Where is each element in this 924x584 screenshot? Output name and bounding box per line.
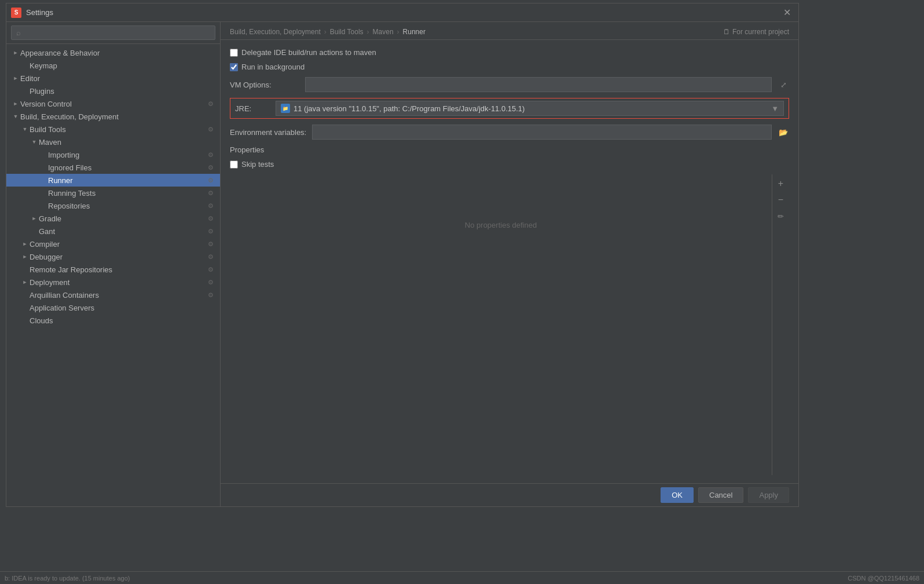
sidebar-item-clouds[interactable]: Clouds bbox=[6, 314, 220, 327]
breadcrumb-part-3: Maven bbox=[373, 28, 394, 36]
bottom-bar: OK Cancel Apply bbox=[221, 483, 798, 506]
sidebar-item-build-execution[interactable]: Build, Execution, Deployment bbox=[6, 110, 220, 123]
sidebar-label-clouds: Clouds bbox=[30, 316, 215, 325]
edit-property-button[interactable]: ✏ bbox=[774, 209, 788, 223]
sidebar-item-keymap[interactable]: Keymap bbox=[6, 59, 220, 72]
sidebar-label-debugger: Debugger bbox=[30, 253, 206, 261]
tree-arrow-arquillian bbox=[20, 290, 30, 300]
sidebar-label-editor: Editor bbox=[20, 74, 215, 83]
sidebar-item-gant[interactable]: Gant⚙ bbox=[6, 225, 220, 238]
skip-tests-checkbox[interactable] bbox=[230, 160, 238, 169]
sidebar-label-deployment: Deployment bbox=[30, 278, 206, 287]
vm-options-input[interactable] bbox=[305, 77, 772, 92]
tree-arrow-deployment bbox=[20, 278, 30, 287]
sidebar-item-build-tools[interactable]: Build Tools⚙ bbox=[6, 123, 220, 136]
env-vars-row: Environment variables: 📂 bbox=[230, 125, 789, 140]
sidebar-item-running-tests[interactable]: Running Tests⚙ bbox=[6, 187, 220, 199]
breadcrumb-current: Runner bbox=[403, 28, 426, 36]
settings-window: S Settings ✕ Appearance & BehaviorKeymap… bbox=[6, 3, 799, 507]
settings-icon-deployment: ⚙ bbox=[206, 278, 215, 287]
jre-dropdown[interactable]: 📁 11 (java version "11.0.15", path: C:/P… bbox=[276, 101, 784, 116]
sidebar-item-gradle[interactable]: Gradle⚙ bbox=[6, 212, 220, 225]
sidebar-label-remote-jar: Remote Jar Repositories bbox=[30, 265, 206, 274]
sidebar-label-build-execution: Build, Execution, Deployment bbox=[20, 112, 215, 121]
sidebar-item-compiler[interactable]: Compiler⚙ bbox=[6, 238, 220, 250]
project-label: For current project bbox=[732, 28, 789, 36]
run-background-row: Run in background bbox=[230, 63, 789, 71]
sidebar-item-app-servers[interactable]: Application Servers bbox=[6, 301, 220, 314]
run-background-label: Run in background bbox=[241, 63, 305, 71]
env-vars-input[interactable] bbox=[312, 125, 772, 140]
jre-value: 📁 11 (java version "11.0.15", path: C:/P… bbox=[281, 104, 525, 113]
skip-tests-row: Skip tests bbox=[230, 160, 789, 169]
sidebar-label-compiler: Compiler bbox=[30, 240, 206, 249]
sidebar-label-arquillian: Arquillian Containers bbox=[30, 291, 206, 300]
ok-button[interactable]: OK bbox=[661, 487, 694, 503]
settings-icon-running-tests: ⚙ bbox=[206, 188, 215, 198]
window-body: Appearance & BehaviorKeymapEditorPlugins… bbox=[6, 22, 798, 506]
sidebar-label-plugins: Plugins bbox=[30, 87, 215, 96]
tree-arrow-gant bbox=[30, 227, 39, 236]
status-right: CSDN @QQ1215461468 bbox=[848, 575, 919, 582]
sidebar-item-debugger[interactable]: Debugger⚙ bbox=[6, 250, 220, 263]
settings-icon-arquillian: ⚙ bbox=[206, 290, 215, 300]
sidebar-item-ignored-files[interactable]: Ignored Files⚙ bbox=[6, 161, 220, 174]
sidebar-item-remote-jar[interactable]: Remote Jar Repositories⚙ bbox=[6, 263, 220, 276]
search-input[interactable] bbox=[11, 25, 215, 40]
apply-button[interactable]: Apply bbox=[748, 487, 789, 503]
tree-arrow-keymap bbox=[20, 61, 30, 70]
cancel-button[interactable]: Cancel bbox=[698, 487, 743, 503]
tree-arrow-running-tests bbox=[39, 188, 48, 198]
breadcrumb-sep-3: › bbox=[397, 28, 399, 36]
settings-icon-ignored-files: ⚙ bbox=[206, 163, 215, 172]
status-left: b: IDEA is ready to update. (15 minutes … bbox=[5, 575, 130, 582]
sidebar-label-maven: Maven bbox=[39, 138, 215, 147]
delegate-ide-row: Delegate IDE build/run actions to maven bbox=[230, 48, 789, 57]
close-button[interactable]: ✕ bbox=[780, 6, 794, 20]
tree-arrow-repositories bbox=[39, 201, 48, 210]
sidebar: Appearance & BehaviorKeymapEditorPlugins… bbox=[6, 22, 221, 506]
sidebar-item-arquillian[interactable]: Arquillian Containers⚙ bbox=[6, 289, 220, 301]
env-vars-folder-icon[interactable]: 📂 bbox=[778, 126, 789, 138]
tree-arrow-runner bbox=[39, 176, 48, 185]
sidebar-item-editor[interactable]: Editor bbox=[6, 72, 220, 85]
sidebar-item-appearance[interactable]: Appearance & Behavior bbox=[6, 46, 220, 59]
run-background-checkbox[interactable] bbox=[230, 63, 238, 71]
app-icon: S bbox=[11, 8, 21, 18]
sidebar-item-plugins[interactable]: Plugins bbox=[6, 85, 220, 97]
sidebar-label-running-tests: Running Tests bbox=[48, 189, 206, 198]
sidebar-item-maven[interactable]: Maven bbox=[6, 136, 220, 148]
settings-icon-debugger: ⚙ bbox=[206, 252, 215, 261]
properties-area-container: No properties defined + − ✏ bbox=[230, 174, 789, 475]
add-property-button[interactable]: + bbox=[774, 177, 788, 191]
sidebar-label-version-control: Version Control bbox=[20, 100, 206, 108]
sidebar-item-importing[interactable]: Importing⚙ bbox=[6, 148, 220, 161]
vm-options-label: VM Options: bbox=[230, 81, 299, 89]
breadcrumb: Build, Execution, Deployment › Build Too… bbox=[221, 22, 798, 40]
search-bar bbox=[6, 22, 220, 44]
remove-property-button[interactable]: − bbox=[774, 193, 788, 207]
sidebar-item-version-control[interactable]: Version Control⚙ bbox=[6, 97, 220, 110]
env-vars-label: Environment variables: bbox=[230, 128, 306, 137]
vm-options-expand-icon[interactable]: ⤢ bbox=[778, 79, 789, 90]
sidebar-label-ignored-files: Ignored Files bbox=[48, 163, 206, 172]
tree-arrow-editor bbox=[11, 74, 20, 83]
sidebar-label-gradle: Gradle bbox=[39, 214, 206, 223]
sidebar-label-importing: Importing bbox=[48, 151, 206, 159]
tree-arrow-ignored-files bbox=[39, 163, 48, 172]
sidebar-item-repositories[interactable]: Repositories⚙ bbox=[6, 199, 220, 212]
window-title: Settings bbox=[26, 8, 780, 17]
delegate-ide-checkbox[interactable] bbox=[230, 49, 238, 57]
no-properties-text: No properties defined bbox=[230, 221, 772, 229]
sidebar-item-runner[interactable]: Runner⚙ bbox=[6, 174, 220, 187]
delegate-ide-label: Delegate IDE build/run actions to maven bbox=[241, 48, 376, 57]
sidebar-label-keymap: Keymap bbox=[30, 61, 215, 70]
settings-icon-runner: ⚙ bbox=[206, 176, 215, 185]
properties-toolbar: + − ✏ bbox=[772, 174, 789, 475]
jre-icon: 📁 bbox=[281, 104, 290, 113]
status-bar: b: IDEA is ready to update. (15 minutes … bbox=[0, 571, 924, 584]
tree-arrow-build-tools bbox=[20, 125, 30, 134]
breadcrumb-part-1: Build, Execution, Deployment bbox=[230, 28, 321, 36]
sidebar-item-deployment[interactable]: Deployment⚙ bbox=[6, 276, 220, 289]
jre-text: 11 (java version "11.0.15", path: C:/Pro… bbox=[294, 104, 525, 113]
